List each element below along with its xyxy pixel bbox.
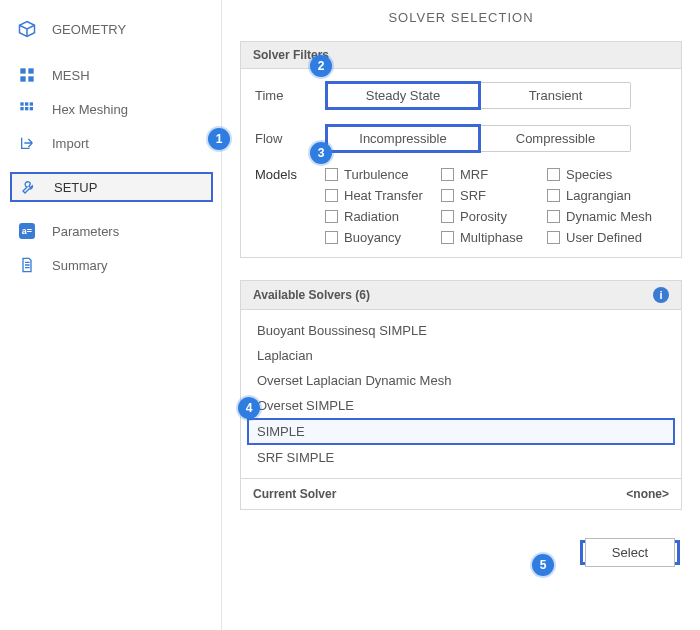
solver-item[interactable]: Laplacian: [247, 343, 675, 368]
checkbox-icon: [441, 210, 454, 223]
select-button-highlight: Select: [580, 540, 680, 565]
current-solver-label: Current Solver: [253, 487, 336, 501]
solver-item[interactable]: Overset SIMPLE: [247, 393, 675, 418]
model-checkbox-mrf[interactable]: MRF: [441, 167, 541, 182]
sidebar-label: Import: [52, 136, 89, 151]
svg-rect-9: [30, 107, 33, 110]
checkbox-icon: [325, 189, 338, 202]
svg-rect-5: [25, 102, 28, 105]
checkbox-icon: [441, 231, 454, 244]
model-checkbox-lagrangian[interactable]: Lagrangian: [547, 188, 667, 203]
panel-heading: Available Solvers (6) i: [241, 281, 681, 310]
checkbox-label: MRF: [460, 167, 488, 182]
solver-item[interactable]: Buoyant Boussinesq SIMPLE: [247, 318, 675, 343]
model-checkbox-turbulence[interactable]: Turbulence: [325, 167, 435, 182]
sidebar-item-mesh[interactable]: MESH: [0, 58, 221, 92]
sidebar-item-hex-meshing[interactable]: Hex Meshing: [0, 92, 221, 126]
checkbox-label: Lagrangian: [566, 188, 631, 203]
checkbox-icon: [325, 231, 338, 244]
sidebar-label: MESH: [52, 68, 90, 83]
sidebar-item-parameters[interactable]: a= Parameters: [0, 214, 221, 248]
sidebar-item-geometry[interactable]: GEOMETRY: [0, 12, 221, 46]
sidebar-label: Summary: [52, 258, 108, 273]
checkbox-label: Heat Transfer: [344, 188, 423, 203]
model-checkbox-multiphase[interactable]: Multiphase: [441, 230, 541, 245]
checkbox-label: Turbulence: [344, 167, 409, 182]
checkbox-label: Buoyancy: [344, 230, 401, 245]
hex-icon: [18, 100, 36, 118]
wrench-icon: [20, 178, 38, 196]
current-solver-value: <none>: [626, 487, 669, 501]
svg-rect-6: [30, 102, 33, 105]
model-checkbox-buoyancy[interactable]: Buoyancy: [325, 230, 435, 245]
checkbox-label: User Defined: [566, 230, 642, 245]
solver-item[interactable]: Overset Laplacian Dynamic Mesh: [247, 368, 675, 393]
solver-item[interactable]: SRF SIMPLE: [247, 445, 675, 470]
model-checkbox-porosity[interactable]: Porosity: [441, 209, 541, 224]
checkbox-label: Porosity: [460, 209, 507, 224]
model-checkbox-dynamic-mesh[interactable]: Dynamic Mesh: [547, 209, 667, 224]
checkbox-icon: [547, 231, 560, 244]
callout-1: 1: [208, 128, 230, 150]
checkbox-label: Dynamic Mesh: [566, 209, 652, 224]
available-solvers-panel: Available Solvers (6) i Buoyant Boussine…: [240, 280, 682, 510]
sidebar-item-setup[interactable]: SETUP: [10, 172, 213, 202]
checkbox-icon: [441, 168, 454, 181]
main-panel: SOLVER SELECTION Solver Filters Time Ste…: [222, 0, 700, 630]
sidebar-item-import[interactable]: Import: [0, 126, 221, 160]
model-checkbox-radiation[interactable]: Radiation: [325, 209, 435, 224]
checkbox-label: Species: [566, 167, 612, 182]
cube-icon: [18, 20, 36, 38]
sidebar: GEOMETRY MESH Hex Meshing Import: [0, 0, 222, 630]
checkbox-icon: [325, 210, 338, 223]
document-icon: [18, 256, 36, 274]
sidebar-label: Hex Meshing: [52, 102, 128, 117]
checkbox-label: Multiphase: [460, 230, 523, 245]
svg-rect-1: [28, 68, 33, 73]
solver-item[interactable]: SIMPLE: [247, 418, 675, 445]
models-label: Models: [255, 167, 325, 182]
time-label: Time: [255, 88, 325, 103]
checkbox-label: SRF: [460, 188, 486, 203]
checkbox-icon: [547, 168, 560, 181]
select-button[interactable]: Select: [585, 538, 675, 567]
sidebar-item-summary[interactable]: Summary: [0, 248, 221, 282]
import-icon: [18, 134, 36, 152]
checkbox-icon: [547, 210, 560, 223]
checkbox-icon: [441, 189, 454, 202]
model-checkbox-user-defined[interactable]: User Defined: [547, 230, 667, 245]
model-checkbox-species[interactable]: Species: [547, 167, 667, 182]
sidebar-label: Parameters: [52, 224, 119, 239]
panel-heading: Solver Filters: [241, 42, 681, 69]
svg-rect-2: [20, 76, 25, 81]
callout-4: 4: [238, 397, 260, 419]
parameters-icon: a=: [18, 222, 36, 240]
checkbox-label: Radiation: [344, 209, 399, 224]
sidebar-label: GEOMETRY: [52, 22, 126, 37]
flow-compressible-button[interactable]: Compressible: [481, 126, 630, 151]
svg-rect-8: [25, 107, 28, 110]
svg-rect-3: [28, 76, 33, 81]
model-checkbox-heat-transfer[interactable]: Heat Transfer: [325, 188, 435, 203]
svg-rect-0: [20, 68, 25, 73]
time-steady-state-button[interactable]: Steady State: [328, 84, 478, 107]
panel-heading-text: Available Solvers (6): [253, 288, 370, 302]
info-icon[interactable]: i: [653, 287, 669, 303]
time-transient-button[interactable]: Transient: [481, 83, 630, 108]
solver-filters-panel: Solver Filters Time Steady State Transie…: [240, 41, 682, 258]
callout-3: 3: [310, 142, 332, 164]
svg-rect-7: [20, 107, 23, 110]
svg-rect-4: [20, 102, 23, 105]
sidebar-label: SETUP: [54, 180, 97, 195]
grid-icon: [18, 66, 36, 84]
checkbox-icon: [547, 189, 560, 202]
model-checkbox-srf[interactable]: SRF: [441, 188, 541, 203]
callout-2: 2: [310, 55, 332, 77]
flow-incompressible-button[interactable]: Incompressible: [328, 127, 478, 150]
page-title: SOLVER SELECTION: [240, 10, 682, 25]
checkbox-icon: [325, 168, 338, 181]
callout-5: 5: [532, 554, 554, 576]
